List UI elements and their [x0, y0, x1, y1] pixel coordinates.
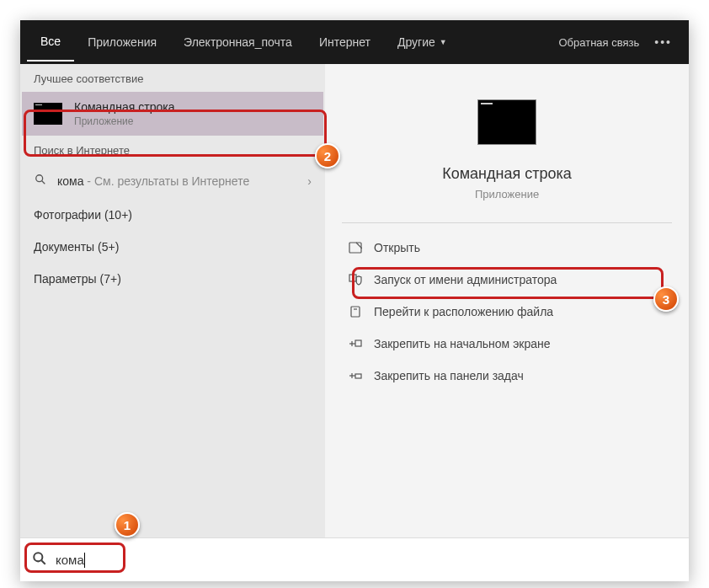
svg-rect-4	[349, 275, 356, 281]
action-pin-taskbar[interactable]: Закрепить на панели задач	[342, 360, 672, 392]
category-photos[interactable]: Фотографии (10+)	[20, 199, 325, 231]
search-input[interactable]: кома	[56, 553, 85, 568]
badge-1: 1	[115, 512, 140, 537]
open-icon	[349, 242, 362, 254]
pin-taskbar-icon	[349, 370, 362, 382]
web-search-text: кома - См. результаты в Интернете	[57, 174, 297, 188]
search-bar: кома	[20, 537, 689, 581]
text-cursor	[84, 553, 85, 568]
more-icon[interactable]: •••	[654, 35, 672, 49]
divider	[342, 222, 672, 223]
action-list: Открыть Запуск от имени администратора П…	[342, 232, 672, 392]
category-documents[interactable]: Документы (5+)	[20, 231, 325, 263]
action-open-label: Открыть	[374, 241, 420, 254]
tab-email[interactable]: Электронная_почта	[170, 24, 306, 61]
cmd-icon	[34, 103, 62, 125]
category-params[interactable]: Параметры (7+)	[20, 263, 325, 295]
search-icon	[34, 174, 47, 189]
action-file-location[interactable]: Перейти к расположению файла	[342, 296, 672, 328]
tab-internet[interactable]: Интернет	[306, 24, 384, 61]
svg-point-0	[36, 175, 43, 182]
chevron-down-icon: ▼	[440, 38, 447, 46]
action-runas-label: Запуск от имени администратора	[374, 273, 557, 286]
web-query: кома	[57, 174, 83, 188]
pin-start-icon	[349, 338, 362, 350]
chevron-right-icon: ›	[307, 174, 312, 188]
search-icon	[32, 551, 47, 569]
svg-point-13	[34, 553, 42, 561]
badge-2: 2	[315, 143, 340, 168]
action-runas-admin[interactable]: Запуск от имени администратора	[342, 264, 672, 296]
best-match-subtitle: Приложение	[74, 115, 312, 127]
svg-rect-10	[355, 374, 361, 378]
action-pin-start[interactable]: Закрепить на начальном экране	[342, 328, 672, 360]
action-pinstart-label: Закрепить на начальном экране	[374, 337, 551, 350]
best-match-label: Лучшее соответствие	[20, 64, 325, 92]
badge-3: 3	[653, 286, 679, 312]
svg-line-1	[42, 181, 45, 184]
search-window: Все Приложения Электронная_почта Интерне…	[20, 20, 689, 581]
svg-line-14	[41, 560, 45, 564]
header: Все Приложения Электронная_почта Интерне…	[20, 20, 689, 64]
best-match-text: Командная строка Приложение	[74, 100, 312, 127]
svg-rect-2	[349, 243, 361, 253]
best-match-title: Командная строка	[74, 100, 312, 114]
tab-other-label: Другие	[397, 35, 435, 49]
web-search-label: Поиск в Интернете	[20, 136, 325, 163]
right-panel: Командная строка Приложение Открыть Запу…	[325, 64, 689, 537]
web-suffix: - См. результаты в Интернете	[83, 174, 249, 188]
preview-subtitle: Приложение	[475, 188, 539, 200]
left-panel: Лучшее соответствие Командная строка При…	[20, 64, 325, 537]
shield-icon	[349, 274, 362, 286]
action-open[interactable]: Открыть	[342, 232, 672, 264]
content: Лучшее соответствие Командная строка При…	[20, 64, 689, 537]
header-right: Обратная связь •••	[559, 35, 683, 49]
tab-other[interactable]: Другие ▼	[384, 24, 461, 61]
svg-rect-5	[351, 307, 360, 317]
tab-apps[interactable]: Приложения	[74, 24, 170, 61]
tab-all[interactable]: Все	[27, 23, 74, 61]
preview-title: Командная строка	[442, 165, 572, 183]
svg-rect-7	[355, 340, 361, 346]
folder-icon	[349, 306, 362, 318]
web-search-item[interactable]: кома - См. результаты в Интернете ›	[20, 163, 325, 199]
action-pintask-label: Закрепить на панели задач	[374, 369, 524, 382]
search-value: кома	[56, 553, 84, 567]
best-match-item[interactable]: Командная строка Приложение	[22, 92, 323, 136]
action-location-label: Перейти к расположению файла	[374, 305, 553, 318]
preview-cmd-icon	[477, 99, 536, 145]
feedback-link[interactable]: Обратная связь	[559, 36, 640, 49]
